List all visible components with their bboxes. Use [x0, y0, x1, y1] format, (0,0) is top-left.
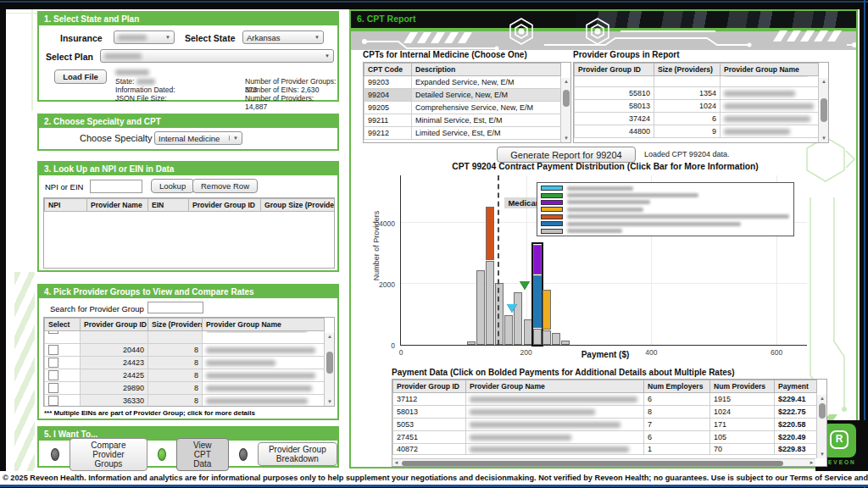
redacted-plan-value: [104, 53, 142, 59]
payment-value[interactable]: $229.83: [775, 444, 817, 455]
specialty-select[interactable]: Internal Medicine ▼: [154, 131, 242, 145]
scroll-down-icon[interactable]: ▼: [817, 451, 827, 458]
view-cpt-data-button[interactable]: View CPT Data: [176, 438, 229, 471]
table-row: 558101354: [575, 87, 819, 100]
panel-title: 2. Choose Specialty and CPT: [39, 115, 337, 128]
scroll-up-icon[interactable]: ▲: [817, 395, 827, 402]
table-cell: Expanded Service, New, E/M: [412, 76, 561, 89]
scroll-up-icon[interactable]: ▲: [561, 78, 571, 86]
scroll-down-icon[interactable]: ▼: [561, 135, 571, 142]
histogram-bar[interactable]: [561, 340, 570, 345]
table-row[interactable]: 99203Expanded Service, New, E/M: [364, 76, 561, 89]
column-header: CPT Code: [364, 64, 412, 76]
payment-value[interactable]: $222.75: [775, 406, 817, 419]
table-cell: Minimal Service, Est, E/M: [412, 114, 561, 127]
histogram-bar[interactable]: [486, 206, 494, 345]
scroll-up-icon[interactable]: ▲: [819, 78, 829, 86]
table-cell: 55810: [575, 87, 654, 100]
horizontal-scrollbar[interactable]: ◄ ►: [392, 458, 815, 466]
histogram-bar[interactable]: [542, 289, 551, 345]
row-checkbox[interactable]: [48, 331, 58, 335]
scrollbar-thumb[interactable]: [326, 352, 333, 374]
histogram-bar[interactable]: [514, 291, 522, 345]
marker-green-triangle-icon[interactable]: [520, 281, 530, 290]
provider-group-breakdown-indicator[interactable]: [239, 448, 248, 461]
scroll-right-icon[interactable]: ►: [808, 459, 815, 467]
table-cell: 6: [644, 431, 710, 444]
table-cell: [466, 419, 644, 431]
scroll-down-icon[interactable]: ▼: [325, 398, 335, 406]
bar-segment-grey[interactable]: [486, 261, 494, 346]
payment-value[interactable]: $220.49: [775, 431, 817, 444]
row-checkbox[interactable]: [48, 396, 58, 406]
row-checkbox[interactable]: [48, 383, 58, 393]
bar-segment-yellow[interactable]: [542, 290, 551, 330]
vertical-scrollbar[interactable]: ▲ ▼: [816, 395, 826, 458]
bar-segment-grey[interactable]: [542, 330, 551, 345]
histogram-bar[interactable]: [467, 341, 476, 345]
vertical-scrollbar[interactable]: ▲ ▼: [324, 333, 334, 406]
scrollbar-thumb[interactable]: [819, 403, 826, 419]
histogram-bar[interactable]: [533, 244, 542, 345]
table-row: 379001790: [575, 76, 819, 87]
table-row[interactable]: 99205Comprehensive Service, New, E/M: [364, 102, 561, 114]
load-file-button[interactable]: Load File: [54, 69, 107, 84]
row-checkbox[interactable]: [48, 370, 58, 380]
payment-value[interactable]: $220.58: [775, 419, 817, 431]
payment-value[interactable]: $229.41: [775, 393, 817, 406]
x-axis-label: Payment ($): [358, 350, 853, 359]
table-header-row: Provider Group IDSize (Providers)Provide…: [575, 64, 819, 76]
histogram-bar[interactable]: [552, 332, 560, 345]
bar-segment-grey[interactable]: [524, 319, 532, 345]
scroll-left-icon[interactable]: ◄: [392, 459, 400, 467]
view-cpt-data-indicator[interactable]: [158, 448, 166, 461]
scrollbar-thumb[interactable]: [402, 461, 783, 466]
table-row[interactable]: 99211Minimal Service, Est, E/M: [364, 114, 561, 127]
table-row[interactable]: 99204Detailed Service, New, E/M: [364, 89, 561, 102]
remove-row-button[interactable]: Remove Row: [192, 179, 258, 193]
histogram-bar[interactable]: [476, 269, 485, 345]
table-cell: 8: [148, 357, 203, 369]
bar-segment-blue[interactable]: [533, 275, 542, 327]
plan-select[interactable]: ▼: [100, 49, 334, 63]
bar-segment-purple[interactable]: [533, 245, 542, 274]
bar-segment-grey[interactable]: [467, 341, 476, 345]
bar-segment-grey[interactable]: [533, 329, 542, 345]
vertical-scrollbar[interactable]: ▲ ▼: [560, 78, 570, 142]
row-checkbox[interactable]: [48, 358, 58, 368]
generate-report-button[interactable]: Generate Report for 99204: [497, 147, 636, 163]
table-cell: [466, 393, 644, 406]
bar-segment-grey[interactable]: [552, 333, 560, 345]
search-provider-group-input[interactable]: [147, 302, 203, 313]
bar-segment-grey[interactable]: [514, 292, 522, 345]
npi-ein-input[interactable]: [90, 180, 142, 193]
row-checkbox[interactable]: [48, 345, 58, 355]
provider-group-breakdown-button[interactable]: Provider Group Breakdown: [258, 442, 337, 466]
column-header: Provider Group ID: [575, 64, 654, 76]
lookup-button[interactable]: Lookup: [151, 179, 194, 193]
table-cell: 99212: [364, 127, 412, 140]
scroll-up-icon[interactable]: ▲: [325, 333, 335, 341]
compare-provider-groups-indicator[interactable]: [51, 448, 59, 461]
scrollbar-thumb[interactable]: [821, 98, 827, 122]
table-cell: 44800: [575, 125, 654, 138]
hatch-decoration: [14, 272, 35, 471]
scrollbar-thumb[interactable]: [563, 90, 570, 107]
bar-segment-grey[interactable]: [476, 270, 485, 345]
table-row[interactable]: 99212Limited Service, Est, E/M: [364, 127, 561, 140]
scroll-down-icon[interactable]: ▼: [819, 135, 829, 142]
gridline: [401, 283, 807, 284]
frame-right-accent: [864, 0, 865, 488]
table-cell: 1915: [710, 393, 775, 406]
compare-provider-groups-button[interactable]: Compare Provider Groups: [70, 438, 147, 471]
marker-cyan-triangle-icon[interactable]: [507, 304, 517, 313]
table-cell: 1024: [654, 100, 721, 113]
vertical-scrollbar[interactable]: ▲ ▼: [818, 78, 828, 142]
histogram-bar[interactable]: [524, 319, 532, 345]
bar-segment-grey[interactable]: [504, 315, 513, 345]
state-select[interactable]: Arkansas ▼: [242, 30, 324, 44]
bar-segment-orange[interactable]: [486, 207, 494, 259]
bar-segment-grey[interactable]: [561, 341, 570, 345]
insurance-select[interactable]: ▼: [114, 30, 175, 44]
histogram-bar[interactable]: [504, 314, 513, 345]
